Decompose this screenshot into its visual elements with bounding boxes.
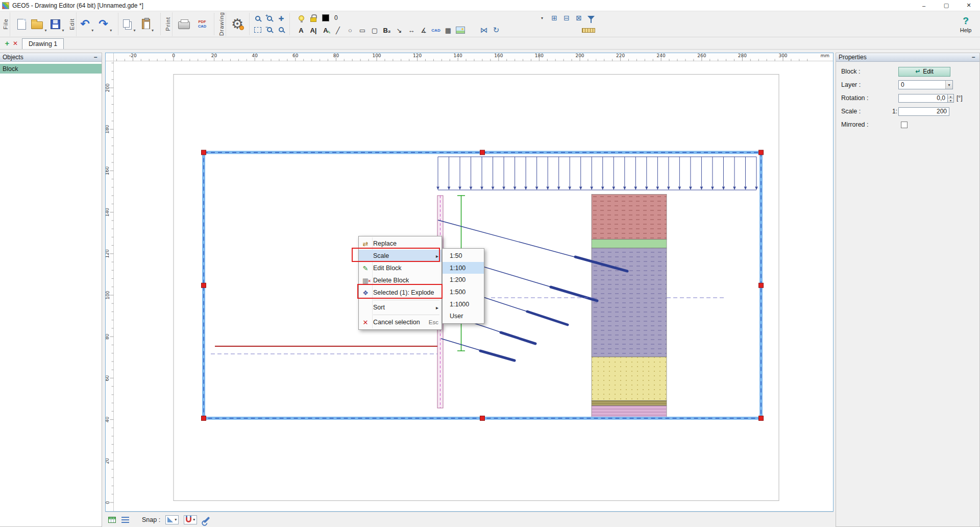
filter-button[interactable]	[585, 13, 597, 23]
dimension-horizontal-button[interactable]: ↔	[406, 25, 417, 36]
table-tool-button[interactable]: ▦	[443, 25, 454, 36]
pen-width-value: 0	[334, 14, 338, 21]
redo-button[interactable]: ↷▾	[97, 13, 115, 35]
submenu-item-user[interactable]: User	[443, 310, 484, 322]
circle-tool-icon: ○	[348, 27, 352, 34]
svg-text:120: 120	[106, 249, 110, 258]
toolbar-separator	[289, 13, 290, 35]
enter-icon: ↵	[915, 68, 920, 75]
rectangle-tool-button[interactable]: ▭	[357, 25, 368, 36]
block-edit-button[interactable]: ↵ Edit	[898, 67, 950, 77]
dimension-diagonal-button[interactable]: ↘	[394, 25, 405, 36]
file-menu-button[interactable]: File	[2, 12, 10, 36]
minimize-button[interactable]: –	[913, 0, 935, 11]
rotate-button[interactable]: ↻	[491, 25, 502, 36]
text-edit-tool-button[interactable]: A✎	[320, 25, 331, 36]
spinner-up-icon[interactable]: ▴	[948, 94, 953, 99]
tab-drawing-1[interactable]: Drawing 1	[22, 38, 64, 49]
drawing-menu-button[interactable]: Drawing	[217, 12, 226, 36]
pen-color-button[interactable]	[296, 13, 307, 23]
settings-button[interactable]: ⚙	[228, 13, 247, 35]
help-button[interactable]: ? Help	[954, 15, 977, 33]
undo-button[interactable]: ↶▾	[79, 13, 97, 35]
open-button[interactable]: ▾	[31, 13, 49, 35]
line-tool-button[interactable]: ╱	[332, 25, 344, 36]
rotation-spinner[interactable]: ▴ ▾	[948, 94, 954, 103]
objects-collapse-button[interactable]: −	[92, 54, 99, 61]
paste-button[interactable]: ▾	[139, 13, 158, 35]
rotation-input[interactable]: 0,0	[898, 94, 948, 103]
ruler-toggle-button[interactable]	[580, 25, 597, 36]
scale-row: Scale : 1: 200	[836, 105, 979, 118]
new-drawing-button[interactable]	[12, 13, 31, 35]
zoom-window-button[interactable]	[252, 13, 263, 24]
submenu-item-1-1000[interactable]: 1:1000	[443, 298, 484, 310]
print-menu-button[interactable]: Print	[164, 12, 173, 36]
text-tool-button[interactable]: A	[296, 25, 307, 36]
copy-block-button[interactable]: ⊟	[561, 13, 572, 23]
properties-panel: Properties − Block : ↵ Edit Layer : 0 ▾ …	[836, 53, 980, 527]
close-button[interactable]: ✕	[958, 0, 980, 11]
delete-block-icon: ▦✕	[359, 277, 372, 284]
b2-tool-button[interactable]: B₂	[381, 25, 393, 36]
paste-dropdown-arrow[interactable]: ▾	[150, 13, 156, 35]
menu-item-cancel-selection[interactable]: ✕Cancel selectionEsc	[359, 316, 442, 328]
pan-button[interactable]: ✚	[276, 13, 287, 24]
snap-mode-combo[interactable]: ▾	[165, 515, 179, 524]
close-tab-button[interactable]: ✕	[11, 40, 19, 47]
properties-collapse-button[interactable]: −	[970, 54, 977, 61]
copy-dropdown-arrow[interactable]: ▾	[132, 13, 137, 35]
edit-menu-button[interactable]: Edit	[68, 12, 77, 36]
zoom-in-button[interactable]: +	[264, 13, 275, 24]
magnet-combo[interactable]: ▾	[184, 515, 197, 524]
snap-settings-button[interactable]	[199, 515, 210, 525]
lock-style-button[interactable]	[308, 13, 319, 23]
open-dropdown-arrow[interactable]: ▾	[43, 13, 48, 35]
maximize-button[interactable]: ▢	[935, 0, 958, 11]
save-dropdown-arrow[interactable]: ▾	[60, 13, 66, 35]
cad-tool-button[interactable]: CAD	[430, 25, 442, 36]
menu-item-sort[interactable]: Sort▸	[359, 301, 442, 314]
circle-tool-button[interactable]: ○	[345, 25, 356, 36]
submenu-item-1-200[interactable]: 1:200	[443, 274, 484, 286]
layer-dropdown-arrow[interactable]: ▾	[945, 81, 952, 89]
color-swatch-button[interactable]	[320, 13, 331, 23]
menu-item-edit-block[interactable]: ✎Edit Block	[359, 262, 442, 274]
submenu-item-1-500[interactable]: 1:500	[443, 286, 484, 298]
table-view-button[interactable]	[106, 515, 117, 525]
cancel-selection-icon: ✕	[359, 319, 372, 326]
zoom-extents-button[interactable]	[252, 25, 263, 35]
submenu-item-1-50[interactable]: 1:50	[443, 250, 484, 262]
dimension-angle-button[interactable]: ∡	[418, 25, 429, 36]
mirror-button[interactable]: ⋈	[478, 25, 489, 36]
redo-dropdown-arrow[interactable]: ▾	[108, 13, 114, 35]
zoom-out-button[interactable]: −	[264, 25, 275, 35]
style-dropdown-button[interactable]: ▾	[536, 13, 548, 23]
menu-item-selected-1-explode[interactable]: ❖Selected (1): Explode	[359, 286, 442, 299]
insert-block-button[interactable]: ⊞	[549, 13, 560, 23]
undo-dropdown-arrow[interactable]: ▾	[90, 13, 95, 35]
save-button[interactable]: ▾	[49, 13, 67, 35]
object-item-block[interactable]: Block	[0, 64, 102, 74]
text-cursor-tool-button[interactable]: A|	[308, 25, 319, 36]
mirrored-checkbox[interactable]	[901, 122, 908, 128]
spinner-down-icon[interactable]: ▾	[948, 99, 953, 102]
copy-button[interactable]: ▾	[121, 13, 139, 35]
list-view-button[interactable]	[119, 515, 131, 525]
rounded-rect-tool-button[interactable]: ▢	[369, 25, 380, 36]
export-pdf-cad-button[interactable]: PDFCAD	[193, 13, 211, 35]
submenu-item-1-100[interactable]: 1:100	[443, 262, 484, 274]
zoom-previous-button[interactable]	[276, 25, 287, 35]
menu-item-replace[interactable]: ⇄Replace	[359, 237, 442, 250]
menu-item-scale[interactable]: Scale▸	[359, 250, 442, 262]
menu-item-delete-block[interactable]: ▦✕Delete Block	[359, 274, 442, 286]
layer-select[interactable]: 0 ▾	[898, 80, 953, 89]
add-tab-button[interactable]: +	[3, 39, 11, 47]
image-tool-button[interactable]	[455, 25, 466, 36]
menu-item-label: Edit Block	[372, 265, 438, 272]
rotation-unit: [°]	[957, 94, 962, 102]
print-button[interactable]	[175, 13, 193, 35]
scale-input[interactable]: 200	[898, 107, 949, 116]
block-manager-button[interactable]: ⊠	[573, 13, 584, 23]
dimension-angle-icon: ∡	[421, 27, 427, 34]
